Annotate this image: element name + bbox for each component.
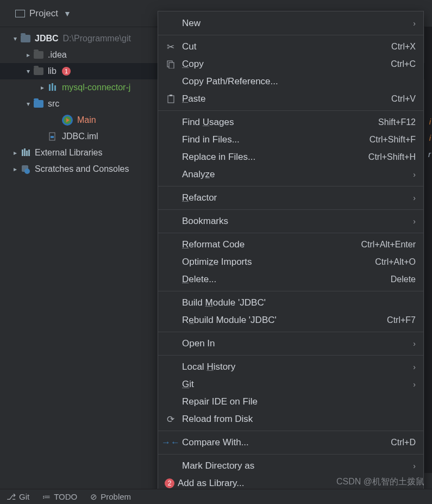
menu-refactor[interactable]: Refactor› (158, 189, 423, 207)
menu-paste[interactable]: PasteCtrl+V (158, 90, 423, 108)
menu-separator (158, 35, 423, 35)
scratches-icon (21, 164, 30, 174)
expand-icon[interactable]: ▸ (10, 149, 21, 157)
svg-point-10 (24, 169, 30, 174)
status-problems[interactable]: ⊘Problem (90, 492, 131, 502)
folder-label: lib (48, 66, 57, 76)
root-path: D:\Programme\git (63, 34, 131, 43)
file-label: mysql-connector-j (62, 83, 130, 92)
menu-delete[interactable]: Delete...Delete (158, 271, 423, 288)
svg-rect-0 (49, 84, 51, 91)
svg-rect-14 (170, 95, 172, 96)
folder-label: src (48, 99, 59, 109)
expand-icon[interactable]: ▾ (23, 67, 34, 75)
chevron-right-icon: › (413, 194, 416, 202)
chevron-right-icon: › (413, 380, 416, 389)
svg-rect-12 (169, 63, 174, 69)
svg-rect-1 (52, 83, 53, 91)
problems-icon: ⊘ (90, 492, 97, 502)
menu-analyze[interactable]: Analyze› (158, 166, 423, 183)
menu-optimize-imports[interactable]: Optimize ImportsCtrl+Alt+O (158, 253, 423, 271)
chevron-down-icon[interactable]: ▼ (64, 9, 71, 18)
step-badge: 2 (165, 478, 174, 488)
svg-rect-6 (24, 148, 26, 156)
jar-icon (48, 83, 58, 92)
context-menu: New› ✂CutCtrl+X CopyCtrl+C Copy Path/Ref… (158, 11, 424, 496)
menu-build-module[interactable]: Build Module 'JDBC' (158, 294, 423, 312)
svg-rect-4 (51, 136, 54, 138)
menu-separator (158, 110, 423, 111)
watermark: CSDN @机智的土拨鼠 (336, 476, 424, 488)
class-run-icon (62, 115, 73, 126)
menu-rebuild-module[interactable]: Rebuild Module 'JDBC'Ctrl+F7 (158, 312, 423, 329)
cut-icon: ✂ (165, 41, 177, 53)
svg-rect-5 (22, 150, 23, 156)
menu-separator (158, 431, 423, 431)
folder-label: .idea (48, 50, 67, 60)
chevron-right-icon: › (413, 339, 416, 348)
expand-icon[interactable]: ▾ (23, 100, 34, 108)
menu-copy-path[interactable]: Copy Path/Reference... (158, 73, 423, 90)
menu-find-usages[interactable]: Find UsagesShift+F12 (158, 114, 423, 131)
menu-git[interactable]: Git› (158, 376, 423, 393)
status-bar: ⎇Git ≔TODO ⊘Problem (0, 489, 432, 504)
menu-separator (158, 186, 423, 186)
menu-reformat[interactable]: Reformat CodeCtrl+Alt+Enter (158, 236, 423, 253)
chevron-right-icon: › (413, 170, 416, 179)
folder-icon (34, 51, 43, 59)
menu-separator (158, 209, 423, 210)
svg-rect-13 (168, 96, 174, 103)
reload-icon: ⟳ (165, 414, 177, 425)
svg-rect-8 (28, 150, 30, 156)
folder-icon (34, 67, 43, 75)
code-char: i (429, 117, 431, 126)
menu-compare[interactable]: →←Compare With...Ctrl+D (158, 434, 423, 451)
chevron-right-icon: › (413, 363, 416, 371)
tree-label: Scratches and Consoles (35, 164, 129, 174)
copy-icon (165, 60, 177, 69)
code-char: r (428, 150, 431, 159)
menu-separator (158, 355, 423, 356)
todo-icon: ≔ (42, 492, 51, 502)
menu-repair-ide[interactable]: Repair IDE on File (158, 393, 423, 410)
chevron-right-icon: › (413, 462, 416, 470)
git-branch-icon: ⎇ (7, 492, 16, 502)
menu-cut[interactable]: ✂CutCtrl+X (158, 38, 423, 55)
status-todo[interactable]: ≔TODO (42, 492, 77, 502)
src-folder-icon (34, 100, 43, 108)
menu-bookmarks[interactable]: Bookmarks› (158, 213, 423, 230)
menu-new[interactable]: New› (158, 15, 423, 32)
editor-peek (424, 27, 432, 473)
menu-reload-disk[interactable]: ⟳Reload from Disk (158, 410, 423, 428)
code-char: i (429, 133, 431, 142)
menu-separator (158, 332, 423, 332)
menu-mark-directory[interactable]: Mark Directory as› (158, 457, 423, 475)
menu-separator (158, 454, 423, 455)
menu-open-in[interactable]: Open In› (158, 335, 423, 352)
file-label: JDBC.iml (62, 132, 98, 141)
status-git[interactable]: ⎇Git (7, 492, 29, 502)
expand-icon[interactable]: ▸ (10, 165, 21, 173)
svg-rect-2 (54, 85, 56, 91)
menu-replace-files[interactable]: Replace in Files...Ctrl+Shift+H (158, 148, 423, 166)
chevron-right-icon: › (413, 217, 416, 226)
panel-title: Project (29, 8, 58, 19)
iml-file-icon (48, 132, 58, 141)
libraries-icon (21, 148, 30, 158)
compare-icon: →← (165, 437, 177, 448)
expand-icon[interactable]: ▾ (10, 35, 21, 42)
paste-icon (165, 95, 177, 103)
tree-label: External Libraries (35, 148, 103, 158)
notification-badge: 1 (62, 67, 71, 76)
menu-local-history[interactable]: Local History› (158, 358, 423, 376)
menu-find-files[interactable]: Find in Files...Ctrl+Shift+F (158, 131, 423, 148)
chevron-right-icon: › (413, 19, 416, 28)
project-icon (15, 10, 25, 17)
expand-icon[interactable]: ▸ (37, 84, 48, 91)
menu-copy[interactable]: CopyCtrl+C (158, 55, 423, 73)
file-label: Main (77, 115, 96, 125)
menu-separator (158, 233, 423, 233)
svg-rect-7 (26, 151, 28, 156)
menu-separator (158, 291, 423, 291)
expand-icon[interactable]: ▸ (23, 51, 34, 59)
